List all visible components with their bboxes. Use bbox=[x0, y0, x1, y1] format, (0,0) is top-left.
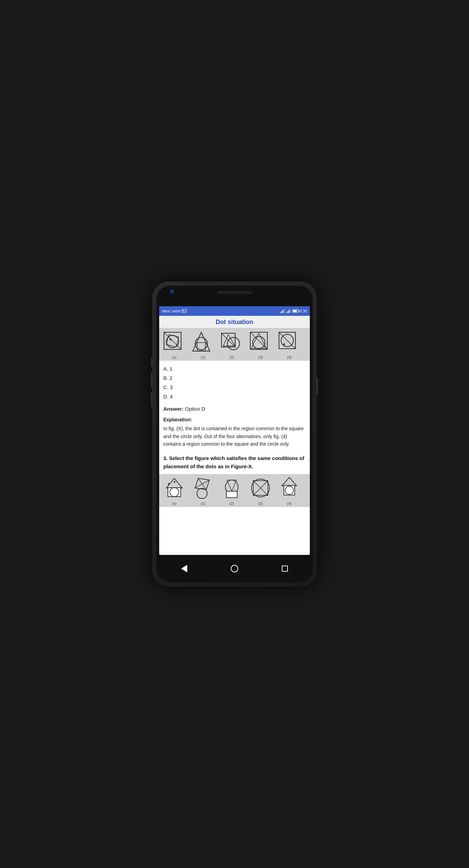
fig-1: (1) bbox=[189, 331, 217, 359]
option-c[interactable]: C. 3 bbox=[163, 383, 306, 392]
status-right: 2:30 bbox=[280, 309, 307, 313]
carrier-text: Idea | airtel bbox=[162, 309, 180, 313]
phone-frame: Idea | airtel bbox=[152, 282, 317, 586]
options-section: A. 1 B. 2 C. 3 D. 4 bbox=[159, 361, 310, 405]
svg-rect-47 bbox=[284, 485, 295, 495]
fig-3-svg bbox=[249, 331, 272, 355]
power-button bbox=[317, 377, 318, 395]
q3-fig-2-svg bbox=[220, 477, 244, 501]
q3-fig-4: (4) bbox=[276, 477, 303, 506]
answer-text: Option D bbox=[183, 406, 205, 412]
fig-1-label: (1) bbox=[201, 355, 205, 359]
svg-rect-0 bbox=[182, 309, 186, 313]
q3-fig-2: (2) bbox=[218, 477, 245, 506]
fig-4: (4) bbox=[276, 331, 303, 359]
fig-x-svg bbox=[162, 331, 186, 355]
q3-fig-2-label: (2) bbox=[229, 501, 234, 506]
explanation-title: Explanation: bbox=[163, 416, 306, 423]
svg-line-28 bbox=[279, 332, 295, 349]
svg-rect-4 bbox=[283, 310, 283, 313]
recents-button[interactable] bbox=[282, 566, 288, 572]
status-bar: Idea | airtel bbox=[159, 306, 310, 316]
option-a[interactable]: A. 1 bbox=[163, 364, 306, 373]
camera-button bbox=[151, 392, 152, 407]
fig-1-svg bbox=[191, 331, 215, 355]
svg-rect-2 bbox=[280, 312, 281, 313]
svg-marker-41 bbox=[227, 480, 237, 491]
battery-icon bbox=[292, 309, 299, 313]
app-title: Dot situation bbox=[159, 316, 310, 328]
q3-fig-1-label: (1) bbox=[201, 501, 205, 506]
back-button[interactable] bbox=[181, 565, 187, 572]
q3-fig-4-svg bbox=[277, 477, 301, 501]
status-carrier: Idea | airtel bbox=[162, 309, 187, 313]
clock: 2:30 bbox=[300, 309, 307, 313]
home-button[interactable] bbox=[231, 565, 238, 572]
speaker bbox=[217, 291, 252, 294]
fig-4-label: (4) bbox=[287, 355, 291, 359]
svg-rect-6 bbox=[287, 312, 287, 313]
q3-fig-3-svg bbox=[249, 477, 272, 501]
screen-content: Idea | airtel bbox=[159, 306, 310, 555]
svg-point-1 bbox=[183, 310, 184, 311]
q3-fig-1: (1) bbox=[189, 477, 217, 506]
explanation-body: In fig. (X), the dot is contained in the… bbox=[163, 425, 306, 448]
option-b[interactable]: B. 2 bbox=[163, 373, 306, 383]
svg-point-34 bbox=[174, 481, 176, 483]
phone-screen: Idea | airtel bbox=[156, 286, 313, 582]
question2-figures: (x) (1) bbox=[159, 328, 310, 361]
question3-text: 3. Select the figure which satisfies the… bbox=[163, 455, 304, 469]
fig-x-label: (x) bbox=[172, 355, 177, 359]
svg-rect-7 bbox=[288, 311, 288, 313]
q3-fig-3: (3) bbox=[247, 477, 274, 506]
fig-2: (2) bbox=[218, 331, 245, 359]
answer-section: Answer: Option D bbox=[159, 405, 310, 414]
volume-down-button bbox=[151, 372, 152, 388]
svg-point-12 bbox=[166, 335, 179, 348]
q3-fig-1-svg bbox=[191, 477, 215, 501]
q3-fig-x-label: (x) bbox=[172, 501, 177, 506]
fig-2-svg bbox=[220, 331, 244, 355]
bottom-nav bbox=[159, 555, 310, 582]
option-d[interactable]: D. 4 bbox=[163, 392, 306, 401]
svg-point-14 bbox=[170, 339, 172, 340]
q3-fig-x: (x) bbox=[161, 477, 188, 506]
svg-rect-9 bbox=[290, 309, 291, 313]
q3-fig-3-label: (3) bbox=[258, 501, 263, 506]
svg-marker-46 bbox=[282, 477, 297, 485]
svg-rect-3 bbox=[281, 311, 282, 313]
answer-label: Answer: bbox=[163, 406, 183, 412]
fig-3-label: (3) bbox=[258, 355, 263, 359]
question3-figures: (x) (1) bbox=[159, 474, 310, 507]
question3-section: 3. Select the figure which satisfies the… bbox=[159, 451, 310, 474]
camera bbox=[169, 289, 174, 294]
svg-point-33 bbox=[168, 483, 170, 485]
fig-3: (3) bbox=[247, 331, 274, 359]
svg-rect-40 bbox=[226, 491, 237, 498]
image-icon bbox=[182, 309, 187, 313]
svg-point-36 bbox=[197, 488, 207, 498]
svg-point-24 bbox=[253, 336, 265, 349]
svg-rect-8 bbox=[289, 310, 290, 313]
q3-fig-4-label: (4) bbox=[287, 501, 291, 506]
fig-x: (x) bbox=[161, 331, 188, 359]
fig-4-svg bbox=[277, 331, 301, 355]
svg-rect-5 bbox=[284, 309, 284, 313]
scroll-content[interactable]: (x) (1) bbox=[159, 328, 310, 553]
signal-icon-1 bbox=[280, 309, 285, 313]
fig-2-label: (2) bbox=[229, 355, 234, 359]
volume-up-button bbox=[151, 357, 152, 367]
explanation-section: Explanation: In fig. (X), the dot is con… bbox=[159, 414, 310, 451]
svg-point-29 bbox=[283, 344, 285, 345]
svg-marker-19 bbox=[223, 335, 235, 346]
q3-fig-x-svg bbox=[162, 477, 186, 501]
signal-icon-2 bbox=[286, 309, 291, 313]
